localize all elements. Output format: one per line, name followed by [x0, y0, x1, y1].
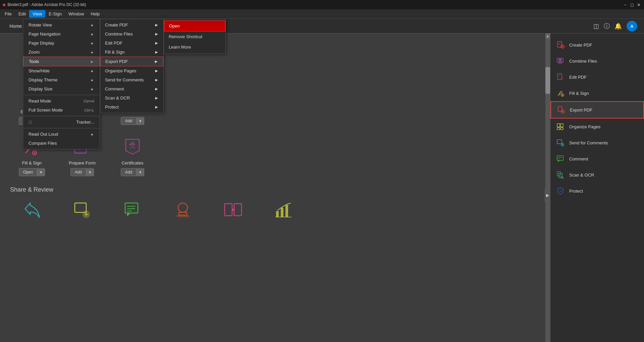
compare-icon: [221, 199, 245, 222]
share-section-title: Share & Review: [10, 186, 535, 193]
tools-fill-sign[interactable]: Fill & Sign ►: [100, 48, 163, 57]
fill-sign-btn[interactable]: Open ▼: [19, 168, 45, 176]
view-menu-dropdown: Rotate View ► Page Navigation ► Page Dis…: [23, 19, 100, 149]
maximize-button[interactable]: ◻: [629, 2, 635, 7]
help-icon[interactable]: ⓘ: [604, 22, 610, 30]
menu-help[interactable]: Help: [88, 10, 103, 18]
rotate-arrow: ►: [91, 23, 94, 27]
svg-rect-30: [75, 203, 86, 212]
menu-edit[interactable]: Edit: [15, 10, 29, 18]
svg-rect-70: [560, 124, 563, 127]
tools-export-pdf[interactable]: Export PDF ►: [100, 57, 163, 66]
tracker-icon: ▢: [29, 120, 32, 124]
view-menu-page-display[interactable]: Page Display ►: [23, 39, 100, 48]
svg-rect-71: [557, 128, 560, 130]
switch-view-icon[interactable]: ◫: [593, 22, 599, 30]
view-menu-read-mode[interactable]: Read Mode Ctrl+H: [23, 96, 100, 106]
view-menu-display-theme[interactable]: Display Theme ►: [23, 75, 100, 84]
rp-create-pdf[interactable]: Create PDF: [550, 37, 644, 53]
rp-edit-pdf-icon: [556, 72, 565, 82]
rich-media-btn[interactable]: Add ▼: [121, 117, 144, 125]
svg-rect-60: [557, 74, 562, 79]
rp-create-pdf-label: Create PDF: [569, 43, 592, 48]
tools-comment[interactable]: Comment ►: [100, 84, 163, 93]
tools-protect[interactable]: Protect ►: [100, 102, 163, 112]
rp-fill-sign[interactable]: Fill & Sign: [550, 85, 644, 101]
view-menu-show-hide[interactable]: Show/Hide ►: [23, 66, 100, 75]
tools-create-pdf[interactable]: Create PDF ►: [100, 20, 163, 29]
rp-scan-ocr[interactable]: Scan & OCR: [550, 167, 644, 183]
rp-scan-ocr-label: Scan & OCR: [569, 173, 594, 178]
tools-organize-pages[interactable]: Organize Pages ►: [100, 66, 163, 75]
tool-card-send-comments2: [60, 199, 104, 224]
user-avatar[interactable]: A: [627, 21, 637, 31]
minimize-button[interactable]: −: [623, 2, 628, 7]
view-menu-rotate[interactable]: Rotate View ►: [23, 20, 100, 29]
view-menu-tools[interactable]: Tools ►: [23, 57, 100, 66]
view-menu-compare-files[interactable]: Compare Files: [23, 139, 100, 148]
menu-window[interactable]: Window: [65, 10, 87, 18]
close-button[interactable]: ✕: [636, 2, 641, 7]
rp-edit-pdf-label: Edit PDF: [569, 75, 587, 80]
window-title: Binder3.pdf - Adobe Acrobat Pro DC (32-b…: [7, 2, 86, 7]
tools-combine-files[interactable]: Combine Files ►: [100, 29, 163, 39]
fill-sign-sub-arrow: ►: [154, 50, 159, 55]
view-menu-page-nav[interactable]: Page Navigation ►: [23, 29, 100, 39]
rp-edit-pdf[interactable]: Edit PDF: [550, 69, 644, 85]
tools-submenu: Create PDF ► Combine Files ► Edit PDF ► …: [100, 19, 164, 113]
rp-organize-icon: [556, 122, 565, 131]
tool-card-compare: [211, 199, 255, 224]
prepare-form-btn[interactable]: Add ▼: [70, 168, 94, 176]
scrollbar[interactable]: ▲ ▼: [545, 33, 550, 342]
rp-combine-icon: [556, 56, 565, 66]
rp-export-pdf[interactable]: Export PDF: [550, 101, 644, 119]
svg-rect-49: [285, 205, 288, 217]
home-tab[interactable]: Home: [7, 22, 24, 30]
organize-sub-arrow: ►: [154, 68, 159, 73]
view-menu-display-size[interactable]: Display Size ►: [23, 84, 100, 93]
analytics-icon: [272, 199, 295, 222]
display-size-arrow: ►: [91, 87, 94, 91]
rich-media-btn-arrow[interactable]: ▼: [136, 118, 144, 124]
scroll-thumb[interactable]: [545, 67, 550, 94]
rp-send-comments-icon: [556, 138, 565, 147]
rp-comment[interactable]: Comment: [550, 151, 644, 167]
notification-icon[interactable]: 🔔: [614, 22, 622, 30]
flyout-learn-more[interactable]: Learn More: [164, 42, 225, 52]
separator1: [23, 95, 100, 95]
tools-scan-ocr[interactable]: Scan & OCR ►: [100, 93, 163, 102]
fill-sign2-label: Fill & Sign: [22, 160, 42, 165]
menu-view[interactable]: View: [29, 10, 45, 18]
rp-protect-label: Protect: [569, 189, 583, 194]
rp-organize-pages[interactable]: Organize Pages: [550, 119, 644, 135]
rp-fill-sign-icon: [556, 88, 565, 98]
tools-send-comments[interactable]: Send for Comments ►: [100, 75, 163, 84]
flyout-open[interactable]: Open: [164, 20, 225, 31]
comment2-icon: [121, 199, 144, 222]
combine-sub-arrow: ►: [154, 31, 159, 37]
rp-fill-sign-label: Fill & Sign: [569, 91, 589, 96]
fill-sign-btn-arrow[interactable]: ▼: [37, 169, 45, 176]
rp-send-comments[interactable]: Send for Comments: [550, 135, 644, 151]
view-menu-zoom[interactable]: Zoom ►: [23, 48, 100, 57]
rp-combine-label: Combine Files: [569, 59, 597, 64]
prepare-form-btn-arrow[interactable]: ▼: [86, 169, 94, 176]
flyout-remove-shortcut[interactable]: Remove Shortcut: [164, 31, 225, 42]
title-bar-controls[interactable]: − ◻ ✕: [623, 2, 641, 7]
view-menu-read-out-loud[interactable]: Read Out Loud ►: [23, 130, 100, 139]
rp-protect[interactable]: Protect: [550, 183, 644, 199]
view-menu-fullscreen[interactable]: Full Screen Mode Ctrl+L: [23, 106, 100, 115]
rp-combine-files[interactable]: Combine Files: [550, 53, 644, 69]
certificates-btn-arrow[interactable]: ▼: [136, 169, 144, 176]
certificates-label: Certificates: [121, 160, 143, 165]
scroll-up-arrow[interactable]: ▲: [545, 33, 550, 39]
svg-rect-72: [560, 128, 563, 130]
view-menu-tracker[interactable]: ▢ Tracker...: [23, 118, 100, 127]
panel-expand-arrow[interactable]: ▶: [545, 189, 550, 202]
svg-marker-80: [558, 160, 560, 162]
menu-esign[interactable]: E-Sign: [45, 10, 65, 18]
rp-comment-icon: [556, 154, 565, 163]
menu-file[interactable]: File: [1, 10, 15, 18]
certificates-btn[interactable]: Add ▼: [121, 168, 144, 176]
tools-edit-pdf[interactable]: Edit PDF ►: [100, 39, 163, 48]
